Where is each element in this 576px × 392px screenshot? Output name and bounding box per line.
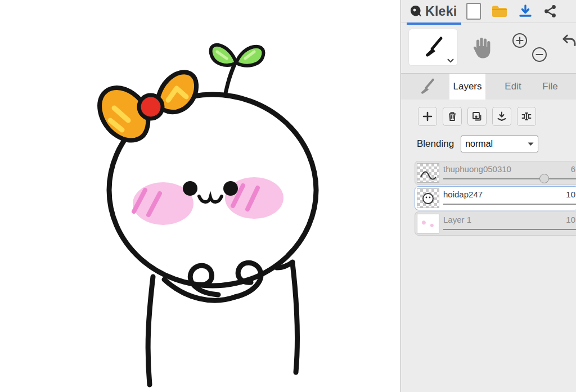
blending-label: Blending (417, 138, 454, 150)
tab-file[interactable]: File (537, 74, 563, 100)
current-color-strip[interactable] (407, 22, 461, 25)
undo-icon (561, 33, 576, 49)
hand-tool-icon (469, 35, 494, 60)
blending-selected-value: normal (465, 139, 493, 149)
layer-actions (418, 107, 536, 126)
tab-edit[interactable]: Edit (500, 74, 526, 100)
active-tool-brush-icon[interactable] (416, 74, 438, 100)
kleki-logo-icon (409, 4, 422, 18)
layer-thumbnail (417, 214, 439, 233)
trash-icon (447, 111, 458, 122)
zoom-in-button[interactable] (512, 33, 527, 48)
layer-opacity-slider[interactable] (443, 204, 576, 205)
layer-thumbnail (417, 188, 439, 208)
topbar-icons (466, 3, 557, 20)
merge-layer-button[interactable] (492, 107, 511, 126)
layer-row-thuphuong050310[interactable]: thuphuong050310 6 (415, 161, 576, 185)
merge-down-icon (496, 111, 507, 122)
select-arrow-icon (528, 142, 534, 146)
side-panel: Kleki (400, 0, 576, 392)
panel-tab-bar: Layers Edit File (401, 73, 576, 100)
tool-tab-brush[interactable] (409, 29, 457, 65)
layer-row-layer-1[interactable]: Layer 1 10 (415, 211, 576, 236)
layer-opacity-slider[interactable] (443, 229, 576, 230)
layer-opacity-value: 10 (566, 215, 575, 224)
minus-icon (536, 51, 543, 58)
plus-icon (516, 37, 524, 44)
slider-handle[interactable] (539, 174, 549, 183)
blending-select[interactable]: normal (461, 136, 538, 152)
topbar: Kleki (401, 0, 576, 23)
delete-layer-button[interactable] (443, 107, 462, 126)
tool-tab-hand[interactable] (457, 29, 506, 65)
layer-name: thuphuong050310 (443, 164, 511, 174)
layer-name: hoidap247 (443, 190, 483, 199)
kleki-logo: Kleki (401, 4, 466, 19)
drawing-canvas[interactable] (0, 0, 400, 392)
open-folder-icon[interactable] (491, 4, 508, 19)
brush-tool-icon (421, 35, 446, 60)
share-glyph (543, 4, 557, 19)
rename-icon (521, 111, 532, 122)
plus-icon (422, 111, 433, 122)
canvas-artwork (0, 0, 400, 392)
new-file-icon[interactable] (466, 3, 481, 20)
app-title: Kleki (425, 4, 457, 19)
rename-layer-button[interactable] (517, 107, 536, 126)
share-icon[interactable] (543, 4, 557, 19)
new-file-page (466, 3, 481, 20)
download-icon[interactable] (518, 4, 533, 19)
download-glyph (518, 4, 533, 19)
undo-button[interactable] (560, 31, 576, 51)
layer-opacity-value: 10 (566, 190, 575, 199)
layer-row-hoidap247[interactable]: hoidap247 10 (415, 186, 576, 210)
folder-glyph (491, 4, 508, 19)
layer-opacity-slider[interactable] (443, 178, 576, 179)
tab-layers[interactable]: Layers (449, 74, 485, 100)
zoom-out-button[interactable] (532, 47, 547, 62)
chevron-down-icon[interactable] (447, 58, 454, 63)
duplicate-icon (471, 111, 483, 122)
layer-opacity-value: 6 (571, 164, 575, 174)
duplicate-layer-button[interactable] (467, 107, 487, 126)
add-layer-button[interactable] (418, 107, 437, 126)
layer-thumbnail (417, 163, 439, 183)
layer-name: Layer 1 (443, 215, 471, 224)
blending-row: Blending normal (417, 135, 538, 153)
